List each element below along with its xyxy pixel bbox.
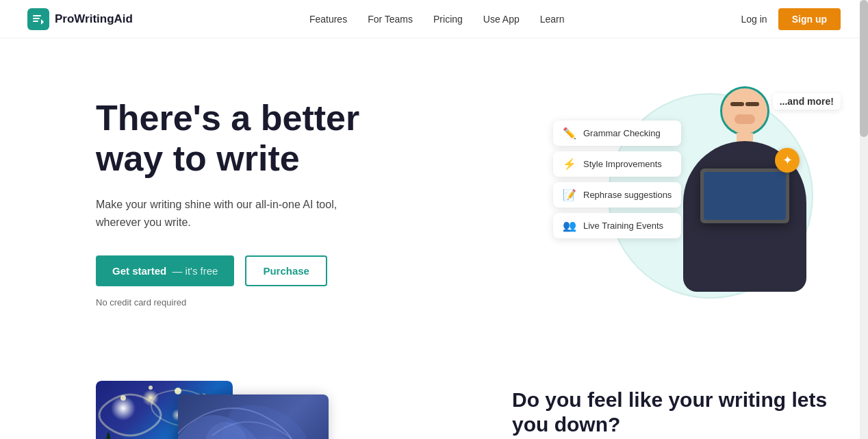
feature-card-style: ⚡ Style Improvements [553, 151, 681, 177]
logo-link[interactable]: ProWritingAid [27, 8, 133, 30]
feature-card-rephrase: 📝 Rephrase suggestions [553, 182, 681, 208]
nav-use-app[interactable]: Use App [483, 14, 520, 25]
grammar-icon: ✏️ [563, 127, 576, 140]
page-scrollbar[interactable] [860, 0, 868, 439]
section2-illustration: My idea in my head [96, 381, 356, 439]
front-painting [178, 394, 329, 439]
hero-section: There's a better way to write Make your … [0, 38, 868, 353]
feature-cards: ✏️ Grammar Checking ⚡ Style Improvements… [553, 121, 681, 238]
nav-pricing[interactable]: Pricing [433, 14, 463, 25]
svg-rect-2 [33, 21, 38, 22]
nav-right: Log in Sign up [741, 8, 841, 30]
feature-card-grammar: ✏️ Grammar Checking [553, 121, 681, 146]
scrollbar-thumb[interactable] [860, 0, 868, 137]
svg-rect-1 [33, 18, 40, 19]
section2: My idea in my head Do you feel like your… [0, 353, 868, 439]
section2-title: Do you feel like your writing lets you d… [512, 388, 841, 437]
hero-subtitle: Make your writing shine with our all-in-… [96, 196, 370, 231]
style-icon: ⚡ [563, 158, 576, 171]
logo-icon [27, 8, 49, 30]
no-credit-text: No credit card required [96, 297, 370, 308]
nav-for-teams[interactable]: For Teams [368, 14, 413, 25]
nav-links: Features For Teams Pricing Use App Learn [309, 14, 565, 25]
svg-marker-3 [41, 19, 44, 25]
svg-point-5 [175, 388, 181, 394]
svg-point-7 [149, 386, 153, 390]
navbar: ProWritingAid Features For Teams Pricing… [0, 0, 868, 38]
nav-learn[interactable]: Learn [540, 14, 565, 25]
feature-card-training: 👥 Live Training Events [553, 213, 681, 238]
get-started-button[interactable]: Get started — it's free [96, 255, 234, 286]
rephrase-icon: 📝 [563, 188, 576, 201]
logo-text: ProWritingAid [55, 12, 133, 26]
person-head [720, 86, 769, 136]
svg-rect-0 [33, 15, 41, 16]
star-badge: ✦ [775, 148, 800, 173]
login-link[interactable]: Log in [741, 14, 767, 25]
hero-buttons: Get started — it's free Purchase [96, 255, 370, 286]
svg-point-4 [120, 395, 126, 401]
person-illustration [669, 86, 820, 305]
purchase-button[interactable]: Purchase [245, 255, 327, 286]
art-stack: My idea in my head [96, 381, 342, 439]
nav-features[interactable]: Features [309, 14, 347, 25]
hero-right: ...and more! ✦ ✏️ [553, 79, 841, 326]
section2-right: Do you feel like your writing lets you d… [512, 381, 841, 439]
signup-button[interactable]: Sign up [778, 8, 841, 30]
training-icon: 👥 [563, 219, 576, 232]
hero-left: There's a better way to write Make your … [96, 98, 370, 308]
hero-title: There's a better way to write [96, 98, 370, 180]
